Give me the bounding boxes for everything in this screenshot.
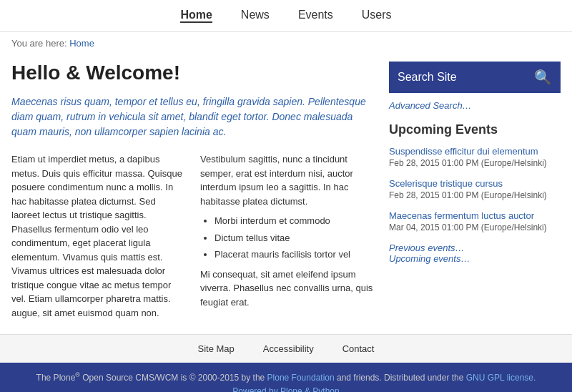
main-nav: Home News Events Users <box>0 0 572 32</box>
content-area: Hello & Welcome! Maecenas risus quam, te… <box>11 62 389 320</box>
advanced-search-link[interactable]: Advanced Search… <box>389 100 561 111</box>
event-item-1: Suspendisse efficitur dui elementum Feb … <box>389 146 561 168</box>
event-date-1: Feb 28, 2015 01:00 PM (Europe/Helsinki) <box>389 158 547 168</box>
footer-nav: Site Map Accessibility Contact <box>0 334 572 363</box>
event-link-3[interactable]: Maecenas fermentum luctus auctor <box>389 210 561 221</box>
breadcrumb-home[interactable]: Home <box>69 38 94 49</box>
body-left: Etiam ut imperdiet metus, a dapibus metu… <box>11 152 186 320</box>
nav-news[interactable]: News <box>241 9 270 23</box>
event-date-2: Feb 28, 2015 01:00 PM (Europe/Helsinki) <box>389 190 547 200</box>
plone-foundation-link[interactable]: Plone Foundation <box>267 373 335 383</box>
list-item-2: Dictum tellus vitae <box>214 231 375 245</box>
body-right-p2: Mi consequat, sit amet eleifend ipsum vi… <box>200 268 375 310</box>
event-list: Suspendisse efficitur dui elementum Feb … <box>389 146 561 232</box>
upcoming-events-title: Upcoming Events <box>389 122 561 137</box>
page-title: Hello & Welcome! <box>11 62 375 84</box>
body-columns: Etiam ut imperdiet metus, a dapibus metu… <box>11 152 375 320</box>
search-box[interactable]: Search Site 🔍 <box>389 62 561 93</box>
footer-text3: and friends. Distributed under the <box>337 373 466 383</box>
footer-text1: The Plone® Open Source CMS/WCM is © 2000… <box>36 373 267 383</box>
upcoming-events-link[interactable]: Upcoming events… <box>389 253 561 264</box>
nav-events[interactable]: Events <box>298 9 333 23</box>
search-label: Search Site <box>398 71 534 84</box>
breadcrumb-prefix: You are here: <box>11 38 67 49</box>
event-item-3: Maecenas fermentum luctus auctor Mar 04,… <box>389 210 561 232</box>
intro-text: Maecenas risus quam, tempor et tellus eu… <box>11 94 375 139</box>
search-icon: 🔍 <box>534 69 552 86</box>
nav-users[interactable]: Users <box>362 9 392 23</box>
event-item-2: Scelerisque tristique cursus Feb 28, 201… <box>389 178 561 200</box>
gpl-license-link[interactable]: GNU GPL license. <box>466 373 536 383</box>
footer-bottom: The Plone® Open Source CMS/WCM is © 2000… <box>0 363 572 392</box>
footer-accessibility[interactable]: Accessibility <box>263 343 314 354</box>
footer-copyright-line1: The Plone® Open Source CMS/WCM is © 2000… <box>7 370 565 385</box>
event-links: Previous events… Upcoming events… <box>389 242 561 264</box>
registered-mark: ® <box>75 371 80 378</box>
list-item-1: Morbi interdum et commodo <box>214 214 375 228</box>
event-link-1[interactable]: Suspendisse efficitur dui elementum <box>389 146 561 157</box>
footer-sitemap[interactable]: Site Map <box>198 343 235 354</box>
body-right: Vestibulum sagittis, nunc a tincidunt se… <box>200 152 375 320</box>
body-right-p1: Vestibulum sagittis, nunc a tincidunt se… <box>200 152 375 208</box>
list-item-3: Placerat mauris facilisis tortor vel <box>214 248 375 262</box>
sidebar: Search Site 🔍 Advanced Search… Upcoming … <box>389 62 561 320</box>
main-wrapper: Hello & Welcome! Maecenas risus quam, te… <box>0 54 572 334</box>
breadcrumb: You are here: Home <box>0 32 572 54</box>
nav-home[interactable]: Home <box>180 9 212 23</box>
event-date-3: Mar 04, 2015 01:00 PM (Europe/Helsinki) <box>389 222 547 232</box>
powered-by-link[interactable]: Powered by Plone & Python <box>232 386 339 392</box>
event-link-2[interactable]: Scelerisque tristique cursus <box>389 178 561 189</box>
footer-powered-line: Powered by Plone & Python <box>7 385 565 392</box>
body-right-list: Morbi interdum et commodo Dictum tellus … <box>214 214 375 262</box>
footer-contact[interactable]: Contact <box>342 343 375 354</box>
previous-events-link[interactable]: Previous events… <box>389 242 561 253</box>
